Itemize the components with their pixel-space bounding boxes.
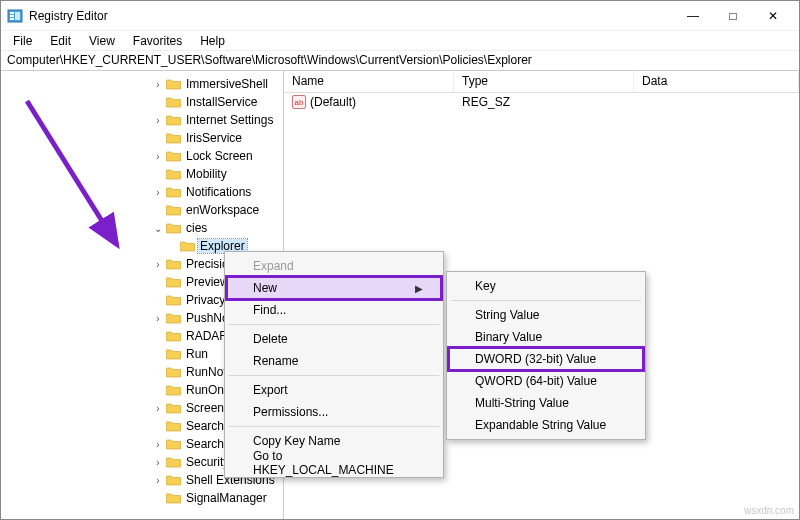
- folder-icon: [165, 203, 181, 217]
- sub-binary[interactable]: Binary Value: [449, 326, 643, 348]
- folder-icon: [165, 113, 181, 127]
- titlebar[interactable]: Registry Editor — □ ✕: [1, 1, 799, 31]
- folder-icon: [165, 383, 181, 397]
- list-header: Name Type Data: [284, 71, 799, 93]
- ctx-permissions[interactable]: Permissions...: [227, 401, 441, 423]
- tree-item-label: enWorkspace: [184, 203, 261, 217]
- sub-qword[interactable]: QWORD (64-bit) Value: [449, 370, 643, 392]
- window-title: Registry Editor: [29, 9, 673, 23]
- col-name[interactable]: Name: [284, 71, 454, 92]
- tree-item-label: Run: [184, 347, 210, 361]
- separator: [229, 324, 439, 325]
- ctx-new[interactable]: New▶: [227, 277, 441, 299]
- maximize-button[interactable]: □: [713, 2, 753, 30]
- sub-multistring[interactable]: Multi-String Value: [449, 392, 643, 414]
- content-split: ›ImmersiveShellInstallService›Internet S…: [1, 71, 799, 519]
- folder-icon: [165, 311, 181, 325]
- folder-icon: [165, 185, 181, 199]
- svg-rect-3: [10, 18, 14, 20]
- tree-item-lock-screen[interactable]: ›Lock Screen: [1, 147, 283, 165]
- folder-icon: [165, 275, 181, 289]
- chevron-down-icon[interactable]: ⌄: [151, 223, 165, 234]
- list-row[interactable]: ab (Default) REG_SZ: [284, 93, 799, 111]
- folder-icon: [179, 239, 195, 253]
- sub-key[interactable]: Key: [449, 275, 643, 297]
- folder-icon: [165, 149, 181, 163]
- folder-icon: [165, 347, 181, 361]
- string-value-icon: ab: [292, 95, 306, 109]
- chevron-right-icon[interactable]: ›: [151, 187, 165, 198]
- folder-icon: [165, 257, 181, 271]
- tree-item-label: ImmersiveShell: [184, 77, 270, 91]
- separator: [229, 375, 439, 376]
- folder-icon: [165, 437, 181, 451]
- new-submenu: Key String Value Binary Value DWORD (32-…: [446, 271, 646, 440]
- context-menu: Expand New▶ Find... Delete Rename Export…: [224, 251, 444, 478]
- watermark: wsxdn.com: [744, 505, 794, 516]
- value-type: REG_SZ: [454, 95, 634, 109]
- col-type[interactable]: Type: [454, 71, 634, 92]
- folder-icon: [165, 473, 181, 487]
- sub-expandstring[interactable]: Expandable String Value: [449, 414, 643, 436]
- menubar: File Edit View Favorites Help: [1, 31, 799, 51]
- tree-item-label: Search: [184, 419, 226, 433]
- ctx-export[interactable]: Export: [227, 379, 441, 401]
- tree-item-signalmanager[interactable]: SignalManager: [1, 489, 283, 507]
- menu-edit[interactable]: Edit: [42, 32, 79, 50]
- chevron-right-icon[interactable]: ›: [151, 151, 165, 162]
- tree-item-immersiveshell[interactable]: ›ImmersiveShell: [1, 75, 283, 93]
- regedit-icon: [7, 8, 23, 24]
- folder-icon: [165, 167, 181, 181]
- folder-icon: [165, 491, 181, 505]
- values-pane[interactable]: Name Type Data ab (Default) REG_SZ Expan…: [284, 71, 799, 519]
- chevron-right-icon[interactable]: ›: [151, 439, 165, 450]
- menu-favorites[interactable]: Favorites: [125, 32, 190, 50]
- tree-item-internet-settings[interactable]: ›Internet Settings: [1, 111, 283, 129]
- chevron-right-icon[interactable]: ›: [151, 115, 165, 126]
- tree-item-label: SignalManager: [184, 491, 269, 505]
- tree-item-mobility[interactable]: Mobility: [1, 165, 283, 183]
- folder-icon: [165, 95, 181, 109]
- chevron-right-icon[interactable]: ›: [151, 403, 165, 414]
- folder-icon: [165, 455, 181, 469]
- tree-item-notifications[interactable]: ›Notifications: [1, 183, 283, 201]
- chevron-right-icon[interactable]: ›: [151, 259, 165, 270]
- sub-string[interactable]: String Value: [449, 304, 643, 326]
- ctx-goto-hklm[interactable]: Go to HKEY_LOCAL_MACHINE: [227, 452, 441, 474]
- tree-item-label: Mobility: [184, 167, 229, 181]
- chevron-right-icon[interactable]: ›: [151, 79, 165, 90]
- chevron-right-icon[interactable]: ›: [151, 313, 165, 324]
- tree-item-cies[interactable]: ⌄cies: [1, 219, 283, 237]
- tree-item-installservice[interactable]: InstallService: [1, 93, 283, 111]
- address-bar[interactable]: Computer\HKEY_CURRENT_USER\Software\Micr…: [1, 51, 799, 71]
- tree-item-label: Lock Screen: [184, 149, 255, 163]
- menu-help[interactable]: Help: [192, 32, 233, 50]
- folder-icon: [165, 401, 181, 415]
- tree-item-label: Privacy: [184, 293, 227, 307]
- tree-item-label: Notifications: [184, 185, 253, 199]
- svg-rect-1: [10, 12, 14, 14]
- svg-rect-4: [15, 12, 20, 20]
- ctx-delete[interactable]: Delete: [227, 328, 441, 350]
- menu-view[interactable]: View: [81, 32, 123, 50]
- chevron-right-icon[interactable]: ›: [151, 457, 165, 468]
- ctx-rename[interactable]: Rename: [227, 350, 441, 372]
- minimize-button[interactable]: —: [673, 2, 713, 30]
- folder-icon: [165, 365, 181, 379]
- ctx-find[interactable]: Find...: [227, 299, 441, 321]
- tree-item-enworkspace[interactable]: enWorkspace: [1, 201, 283, 219]
- menu-file[interactable]: File: [5, 32, 40, 50]
- folder-icon: [165, 77, 181, 91]
- chevron-right-icon: ▶: [415, 283, 423, 294]
- close-button[interactable]: ✕: [753, 2, 793, 30]
- separator: [451, 300, 641, 301]
- folder-icon: [165, 419, 181, 433]
- value-name: (Default): [310, 95, 356, 109]
- tree-item-irisservice[interactable]: IrisService: [1, 129, 283, 147]
- chevron-right-icon[interactable]: ›: [151, 475, 165, 486]
- svg-rect-2: [10, 15, 14, 17]
- tree-item-label: cies: [184, 221, 209, 235]
- sub-dword[interactable]: DWORD (32-bit) Value: [449, 348, 643, 370]
- col-data[interactable]: Data: [634, 71, 799, 92]
- tree-item-label: Internet Settings: [184, 113, 275, 127]
